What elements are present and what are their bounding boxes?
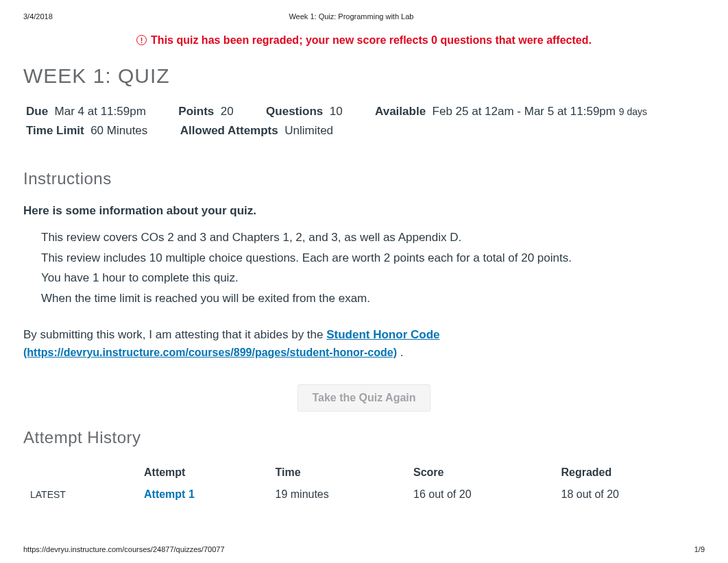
col-latest-header xyxy=(23,461,140,483)
print-header: 3/4/2018 Week 1: Quiz: Programming with … xyxy=(23,12,705,21)
print-title: Week 1: Quiz: Programming with Lab xyxy=(53,12,650,21)
available-value: Feb 25 at 12am - Mar 5 at 11:59pm xyxy=(433,105,616,118)
questions-value: 10 xyxy=(330,105,343,118)
available-label: Available xyxy=(375,105,426,118)
table-row: LATEST Attempt 1 19 minutes 16 out of 20… xyxy=(23,483,705,506)
latest-badge: LATEST xyxy=(30,489,66,500)
questions-label: Questions xyxy=(266,105,323,118)
page-title: WEEK 1: QUIZ xyxy=(23,64,705,88)
quiz-meta-row-1: Due Mar 4 at 11:59pm Points 20 Questions… xyxy=(26,103,705,121)
col-regraded-header: Regraded xyxy=(557,461,705,483)
instructions-lead: Here is some information about your quiz… xyxy=(23,202,705,220)
regrade-banner: !This quiz has been regraded; your new s… xyxy=(23,30,705,59)
instructions-list: This review covers COs 2 and 3 and Chapt… xyxy=(23,229,705,307)
list-item: You have 1 hour to complete this quiz. xyxy=(41,269,705,287)
quiz-meta: Due Mar 4 at 11:59pm Points 20 Questions… xyxy=(23,100,705,153)
honor-code-link[interactable]: Student Honor Code xyxy=(326,328,439,341)
instructions-body: Here is some information about your quiz… xyxy=(23,202,705,362)
attempt-history-table: Attempt Time Score Regraded LATEST Attem… xyxy=(23,461,705,506)
list-item: When the time limit is reached you will … xyxy=(41,290,705,308)
points-label: Points xyxy=(178,105,214,118)
allowed-attempts-value: Unlimited xyxy=(284,124,333,137)
time-limit-value: 60 Minutes xyxy=(90,124,147,137)
honor-code-url[interactable]: (https://devryu.instructure.com/courses/… xyxy=(23,347,397,358)
attempt-score: 16 out of 20 xyxy=(409,483,557,506)
quiz-meta-row-2: Time Limit 60 Minutes Allowed Attempts U… xyxy=(26,122,705,140)
attempt-history-heading: Attempt History xyxy=(23,428,705,447)
points-value: 20 xyxy=(221,105,234,118)
time-limit-label: Time Limit xyxy=(26,124,84,137)
attempt-link[interactable]: Attempt 1 xyxy=(144,488,195,500)
alert-icon: ! xyxy=(136,35,147,45)
regrade-text: This quiz has been regraded; your new sc… xyxy=(151,34,592,46)
footer-url: https://devryu.instructure.com/courses/2… xyxy=(23,545,225,553)
due-value: Mar 4 at 11:59pm xyxy=(55,105,146,118)
table-header-row: Attempt Time Score Regraded xyxy=(23,461,705,483)
attest-prefix: By submitting this work, I am attesting … xyxy=(23,328,326,341)
due-label: Due xyxy=(26,105,48,118)
available-duration: 9 days xyxy=(619,106,647,117)
print-date: 3/4/2018 xyxy=(23,12,53,21)
col-attempt-header: Attempt xyxy=(140,461,271,483)
list-item: This review includes 10 multiple choice … xyxy=(41,249,705,267)
attestation: By submitting this work, I am attesting … xyxy=(23,326,705,361)
footer-page: 1/9 xyxy=(694,545,705,553)
allowed-attempts-label: Allowed Attempts xyxy=(180,124,278,137)
page-container: 3/4/2018 Week 1: Quiz: Programming with … xyxy=(0,0,728,563)
list-item: This review covers COs 2 and 3 and Chapt… xyxy=(41,229,705,247)
instructions-heading: Instructions xyxy=(23,169,705,188)
take-quiz-again-button[interactable]: Take the Quiz Again xyxy=(298,384,430,412)
attest-suffix: . xyxy=(400,346,404,359)
col-time-header: Time xyxy=(271,461,410,483)
attempt-regraded: 18 out of 20 xyxy=(557,483,705,506)
print-footer: https://devryu.instructure.com/courses/2… xyxy=(23,545,705,553)
col-score-header: Score xyxy=(409,461,557,483)
attempt-time: 19 minutes xyxy=(271,483,410,506)
take-quiz-again-wrap: Take the Quiz Again xyxy=(23,384,705,412)
